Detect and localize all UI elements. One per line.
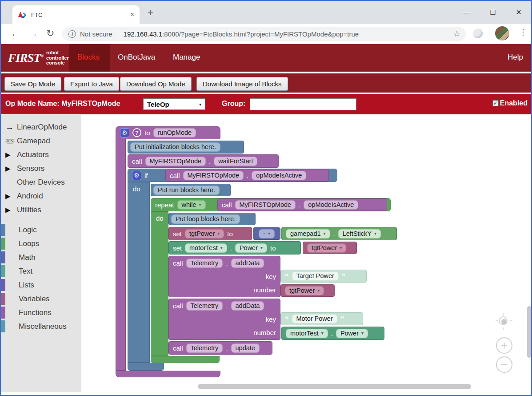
forward-icon[interactable]: → (28, 28, 38, 39)
variable-dropdown[interactable]: tgtPower▾ (285, 286, 324, 295)
save-opmode-button[interactable]: Save Op Mode (4, 77, 61, 91)
vertical-scrollbar[interactable] (527, 306, 531, 358)
block-set-tgtpower[interactable]: set tgtPower▾ to (168, 227, 252, 240)
block-to-runopmode[interactable]: ⚙ ? to runOpMode (116, 126, 220, 139)
block-gamepad-leftsticky[interactable]: gamepad1▾ . LeftStickY▾ (281, 227, 397, 240)
variable-dropdown[interactable]: tgtPower▾ (185, 229, 224, 238)
object-field[interactable]: MyFIRSTOpMode (145, 157, 206, 166)
method-field[interactable]: addData (231, 259, 264, 268)
toolbox-item-linearopmode[interactable]: → LinearOpMode (1, 120, 81, 134)
toolbox-category-lists[interactable]: Lists (1, 278, 81, 292)
new-tab-icon[interactable]: + (148, 7, 153, 19)
object-field[interactable]: MyFIRSTOpMode (183, 171, 244, 180)
enabled-checkbox[interactable]: ✓ (492, 100, 499, 106)
nav-onbotjava[interactable]: OnBotJava (118, 53, 155, 62)
block-telemetry-adddata-2[interactable]: call Telemetry . addData key number (168, 299, 280, 340)
mutator-gear-icon[interactable]: ⚙ (120, 128, 129, 137)
zoom-out-icon[interactable]: − (496, 356, 512, 373)
maximize-icon[interactable]: □ (485, 5, 500, 19)
runopmode-block-bottom[interactable] (116, 371, 220, 377)
block-get-motor-power[interactable]: motorTest▾ . Power▾ (281, 327, 384, 340)
object-field[interactable]: MyFIRSTOpMode (235, 200, 296, 210)
page-info-icon[interactable]: i (68, 30, 76, 38)
browser-menu-icon[interactable]: ⋮ (519, 27, 527, 37)
gamepad-dropdown[interactable]: gamepad1▾ (286, 229, 330, 238)
repeat-mode-dropdown[interactable]: while▾ (177, 200, 206, 210)
property-dropdown[interactable]: Power▾ (336, 329, 368, 338)
repeat-block-bottom[interactable] (151, 356, 220, 363)
method-field[interactable]: addData (231, 301, 264, 311)
toolbox-category-functions[interactable]: Functions (1, 306, 81, 319)
download-opmode-button[interactable]: Download Op Mode (120, 77, 192, 91)
block-get-tgtpower[interactable]: tgtPower▾ (303, 242, 357, 254)
horizontal-scrollbar[interactable] (198, 384, 471, 389)
nav-blocks[interactable]: Blocks (77, 53, 100, 62)
motor-dropdown[interactable]: motorTest▾ (185, 243, 227, 253)
property-dropdown[interactable]: LeftStickY▾ (338, 229, 381, 238)
toolbox-category-miscellaneous[interactable]: Miscellaneous (1, 319, 81, 333)
toolbox-item-other-devices[interactable]: Other Devices (1, 175, 81, 189)
toolbox-category-math[interactable]: Math (1, 251, 81, 264)
block-call-waitforstart[interactable]: call MyFIRSTOpMode . waitForStart (128, 154, 279, 168)
toolbox-item-sensors[interactable]: ▶ Sensors (1, 162, 81, 175)
comment-text-field[interactable]: Put loop blocks here. (171, 214, 240, 224)
block-negate[interactable]: -▾ (253, 227, 280, 240)
extension-icon[interactable] (473, 28, 483, 38)
text-field[interactable]: Target Power (292, 271, 339, 281)
toolbox-category-loops[interactable]: Loops (1, 237, 81, 251)
block-text-motor-power[interactable]: “ Motor Power ” (280, 312, 363, 325)
group-input[interactable] (250, 98, 356, 110)
block-call-opmodeisactive-while[interactable]: call MyFIRSTOpMode . opModeIsActive (217, 198, 387, 211)
block-telemetry-adddata-1[interactable]: call Telemetry . addData key number (168, 256, 280, 297)
minimize-icon[interactable]: — (459, 5, 474, 19)
toolbox-category-text[interactable]: Text (1, 264, 81, 278)
negate-op-dropdown[interactable]: -▾ (259, 229, 275, 238)
toolbox-item-android[interactable]: ▶ Android (1, 189, 81, 203)
object-field[interactable]: Telemetry (186, 343, 223, 353)
block-comment-loop[interactable]: Put loop blocks here. (168, 213, 256, 225)
toolbox-category-logic[interactable]: Logic (1, 223, 81, 237)
method-field[interactable]: opModeIsActive (252, 171, 306, 180)
browser-tab[interactable]: FTC × (12, 5, 140, 24)
block-call-opmodeisactive-if[interactable]: call MyFIRSTOpMode . opModeIsActive (165, 169, 329, 182)
toolbox-item-gamepad[interactable]: Gamepad (1, 134, 81, 148)
repeat-block-left-arm[interactable]: do (151, 211, 168, 356)
runopmode-block-left-arm[interactable] (116, 139, 126, 371)
bookmark-star-icon[interactable]: ☆ (453, 29, 460, 39)
back-icon[interactable]: ← (11, 28, 20, 39)
close-tab-icon[interactable]: × (130, 11, 134, 19)
download-image-button[interactable]: Download Image of Blocks (196, 77, 288, 91)
text-field[interactable]: Motor Power (292, 314, 337, 323)
method-field[interactable]: opModeIsActive (304, 200, 358, 210)
block-set-motor-power[interactable]: set motorTest▾ . Power▾ to (168, 241, 301, 255)
help-icon[interactable]: ? (132, 128, 141, 137)
block-text-target-power[interactable]: “ Target Power ” (280, 270, 367, 283)
reload-icon[interactable]: ↻ (46, 28, 54, 39)
mutator-gear-icon[interactable]: ⚙ (132, 171, 141, 180)
motor-dropdown[interactable]: motorTest▾ (286, 329, 328, 338)
close-window-icon[interactable]: × (511, 5, 526, 19)
zoom-in-icon[interactable]: + (496, 337, 512, 354)
block-telemetry-update[interactable]: call Telemetry . update (168, 341, 272, 355)
object-field[interactable]: Telemetry (186, 259, 223, 268)
if-block-left-arm[interactable]: do (128, 182, 150, 363)
toolbox-category-variables[interactable]: Variables (1, 292, 81, 306)
block-get-tgtpower-2[interactable]: tgtPower▾ (280, 284, 335, 297)
object-field[interactable]: Telemetry (186, 301, 223, 311)
comment-text-field[interactable]: Put run blocks here. (153, 186, 220, 195)
variable-dropdown[interactable]: tgtPower▾ (307, 243, 346, 253)
if-block-bottom[interactable] (128, 363, 164, 371)
export-to-java-button[interactable]: Export to Java (64, 77, 119, 91)
zoom-reset-target-icon[interactable] (496, 313, 512, 330)
block-comment-run[interactable]: Put run blocks here. (151, 184, 231, 196)
opmode-type-select[interactable]: TeleOp ▾ (143, 98, 205, 110)
comment-text-field[interactable]: Put initialization blocks here. (130, 142, 220, 152)
toolbox-item-actuators[interactable]: ▶ Actuators (1, 148, 81, 162)
url-bar[interactable]: i Not secure 192.168.43.1 :8080/?page=Ft… (62, 27, 466, 41)
function-name-field[interactable]: runOpMode (153, 128, 196, 137)
method-field[interactable]: waitForStart (214, 157, 257, 166)
profile-avatar[interactable] (495, 26, 509, 40)
nav-help[interactable]: Help (508, 53, 523, 62)
nav-manage[interactable]: Manage (173, 53, 200, 62)
method-field[interactable]: update (231, 343, 260, 353)
